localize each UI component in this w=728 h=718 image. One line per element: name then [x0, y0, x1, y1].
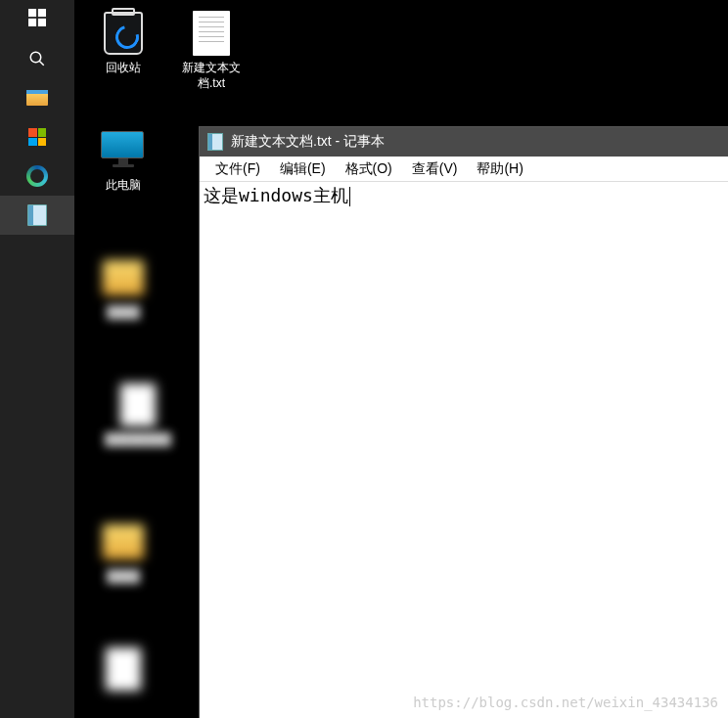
file-icon: [120, 383, 156, 426]
svg-line-5: [39, 61, 44, 66]
svg-point-4: [30, 52, 41, 63]
window-title: 新建文本文档.txt - 记事本: [231, 133, 385, 151]
taskbar: [0, 0, 74, 718]
notepad-task-button[interactable]: [0, 196, 74, 235]
desktop-icon-label: 回收站: [84, 61, 162, 76]
explorer-icon: [26, 90, 48, 106]
svg-rect-1: [38, 9, 46, 17]
titlebar[interactable]: 新建文本文档.txt - 记事本: [200, 127, 728, 157]
menu-file[interactable]: 文件(F): [205, 158, 270, 180]
desktop-icon-blurred-3[interactable]: ████: [84, 518, 162, 585]
menu-help[interactable]: 帮助(H): [467, 158, 532, 180]
pc-icon: [101, 131, 146, 170]
microsoft-store-button[interactable]: [0, 117, 74, 157]
desktop-icon-label: 此电脑: [84, 178, 162, 194]
desktop-icon-blurred-4[interactable]: [84, 646, 162, 696]
edge-icon: [26, 165, 48, 187]
watermark: https://blog.csdn.net/weixin_43434136: [413, 695, 718, 710]
notepad-icon: [207, 133, 223, 151]
search-button[interactable]: [0, 39, 74, 78]
store-icon: [28, 128, 46, 146]
notepad-icon: [27, 204, 47, 226]
editor-content: 这是windows主机: [204, 185, 348, 205]
desktop-icon-label: ████████: [84, 432, 192, 448]
desktop-icon-blurred-1[interactable]: ████: [84, 254, 162, 321]
desktop-icon-this-pc[interactable]: 此电脑: [84, 127, 162, 194]
menu-view[interactable]: 查看(V): [402, 158, 468, 180]
start-button[interactable]: [0, 0, 74, 39]
menu-edit[interactable]: 编辑(E): [270, 158, 336, 180]
svg-rect-2: [28, 18, 36, 25]
txt-file-icon: [193, 11, 230, 56]
folder-icon: [103, 260, 144, 295]
desktop-icon-blurred-2[interactable]: ████████: [84, 381, 192, 448]
recycle-bin-icon: [104, 12, 143, 55]
desktop-icon-label: ████: [84, 305, 162, 321]
text-caret: [349, 187, 350, 206]
windows-icon: [28, 9, 46, 31]
desktop-icon-label: 新建文本文档.txt: [172, 61, 250, 91]
search-icon: [28, 50, 46, 67]
file-explorer-button[interactable]: [0, 78, 74, 117]
folder-icon: [103, 524, 144, 560]
editor-area[interactable]: 这是windows主机 https://blog.csdn.net/weixin…: [200, 182, 728, 718]
desktop-icon-text-file[interactable]: 新建文本文档.txt: [172, 10, 250, 91]
menubar: 文件(F) 编辑(E) 格式(O) 查看(V) 帮助(H): [200, 157, 728, 182]
notepad-window: 新建文本文档.txt - 记事本 文件(F) 编辑(E) 格式(O) 查看(V)…: [200, 127, 728, 718]
desktop-icon-recycle-bin[interactable]: 回收站: [84, 10, 162, 76]
svg-rect-0: [28, 9, 36, 17]
desktop-icon-label: ████: [84, 569, 162, 585]
menu-format[interactable]: 格式(O): [336, 158, 402, 180]
edge-browser-button[interactable]: [0, 157, 74, 196]
svg-rect-3: [38, 18, 46, 25]
file-icon: [106, 648, 141, 691]
